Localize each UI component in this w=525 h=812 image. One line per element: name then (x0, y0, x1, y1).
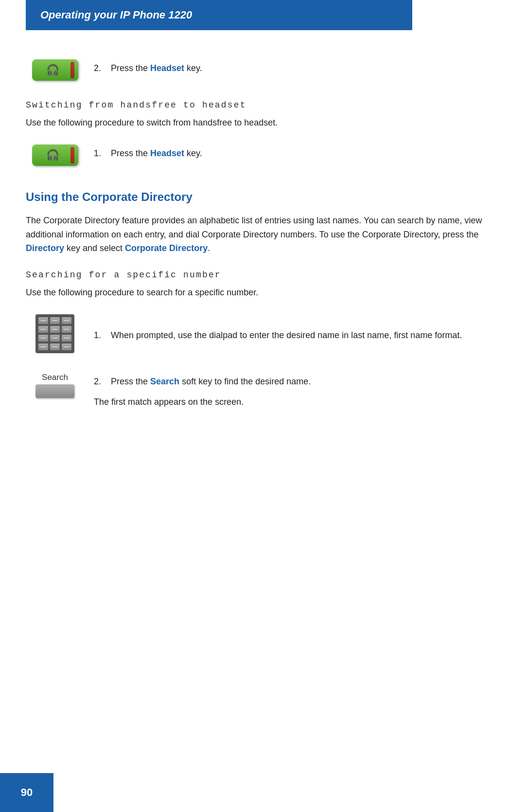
step1-link: Headset (150, 148, 184, 158)
step2-link: Headset (150, 63, 184, 73)
dialpad-key-3 (62, 317, 71, 324)
dialpad-step1-number: 1. (94, 330, 101, 340)
search-step2-suffix: soft key to find the desired name. (179, 377, 311, 386)
headset-button-image: 🎧 (32, 59, 78, 81)
dialpad-step1-text: 1. When prompted, use the dialpad to ent… (94, 326, 499, 341)
search-button-image (35, 384, 74, 398)
corporate-directory-body: The Corporate Directory feature provides… (26, 214, 499, 255)
corp-dir-body-part1: The Corporate Directory feature provides… (26, 216, 482, 239)
headset-step1-row: 🎧 1. Press the Headset key. (26, 144, 499, 166)
dialpad-key-2 (50, 317, 60, 324)
search-step2-number: 2. (94, 377, 101, 386)
search-step2-text: 2. Press the Search soft key to find the… (94, 373, 499, 407)
search-step2-extra: The first match appears on the screen. (94, 397, 244, 407)
dialpad-key-4 (38, 326, 48, 333)
dialpad-key-11 (50, 343, 60, 350)
step1-prefix: Press the (111, 148, 150, 158)
page-header: Operating your IP Phone 1220 (26, 0, 412, 30)
step2-suffix: key. (184, 63, 202, 73)
switching-body: Use the following procedure to switch fr… (26, 116, 499, 130)
page-footer: 90 (0, 773, 53, 812)
corp-dir-body-part2: key and select (64, 243, 125, 253)
corporate-directory-heading: Using the Corporate Directory (26, 190, 499, 204)
headset-glyph: 🎧 (46, 64, 59, 76)
dialpad-image (35, 314, 74, 353)
dialpad-key-9 (62, 335, 71, 342)
headset-step2-row: 🎧 2. Press the Headset key. (26, 59, 499, 81)
dialpad-key-10 (38, 343, 48, 350)
corp-dir-body-part3: . (208, 243, 210, 253)
step2-number: 2. (94, 63, 101, 73)
step1-suffix: key. (184, 148, 202, 158)
search-key-label: Search (42, 373, 68, 382)
searching-heading: Searching for a specific number (26, 270, 499, 280)
corp-dir-link1: Directory (26, 243, 64, 253)
main-content: 🎧 2. Press the Headset key. Switching fr… (0, 30, 525, 456)
search-key-icon: Search (26, 373, 84, 398)
headset-icon-step1: 🎧 (26, 144, 84, 166)
dialpad-key-6 (62, 326, 71, 333)
search-step2-link: Search (150, 377, 179, 386)
dialpad-icon (26, 314, 84, 353)
dialpad-step1-body: When prompted, use the dialpad to enter … (111, 330, 462, 340)
dialpad-step1-row: 1. When prompted, use the dialpad to ent… (26, 314, 499, 353)
corp-dir-link2: Corporate Directory (125, 243, 208, 253)
searching-body: Use the following procedure to search fo… (26, 286, 499, 300)
headset-button-image-2: 🎧 (32, 144, 78, 166)
searching-subsection: Searching for a specific number Use the … (26, 270, 499, 300)
dialpad-key-12 (62, 343, 71, 350)
dialpad-key-5 (50, 326, 60, 333)
switching-subsection: Switching from handsfree to headset Use … (26, 100, 499, 130)
headset-step2-text: 2. Press the Headset key. (94, 59, 499, 73)
page-title: Operating your IP Phone 1220 (40, 9, 192, 21)
dialpad-key-8 (50, 335, 60, 342)
step1-number: 1. (94, 148, 101, 158)
search-step2-prefix: Press the (111, 377, 150, 386)
search-key-container: Search (35, 373, 74, 398)
page-number: 90 (21, 786, 33, 799)
dialpad-key-7 (38, 335, 48, 342)
headset-step1-text: 1. Press the Headset key. (94, 144, 499, 159)
step2-prefix: Press the (111, 63, 150, 73)
headset-glyph-2: 🎧 (46, 149, 59, 162)
corporate-directory-section: Using the Corporate Directory The Corpor… (26, 190, 499, 255)
switching-heading: Switching from handsfree to headset (26, 100, 499, 110)
search-step2-row: Search 2. Press the Search soft key to f… (26, 373, 499, 407)
dialpad-key-1 (38, 317, 48, 324)
headset-icon-step2: 🎧 (26, 59, 84, 81)
